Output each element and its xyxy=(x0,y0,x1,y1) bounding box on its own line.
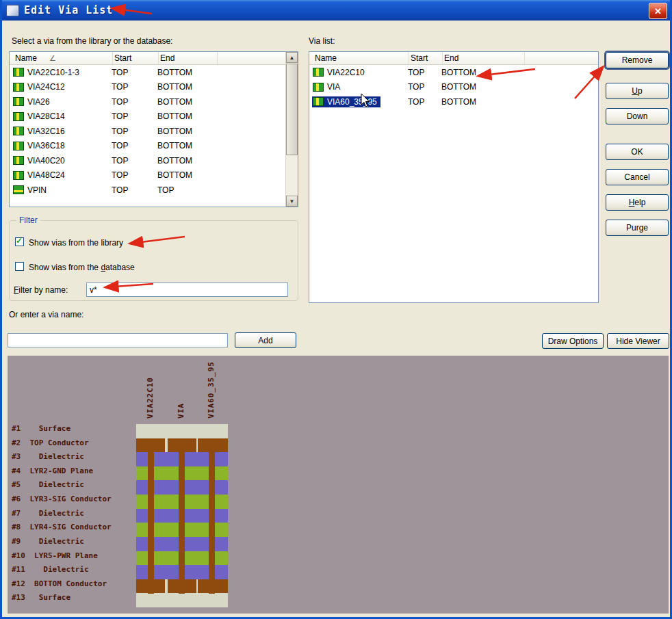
filter-by-name-label: Filter by name: xyxy=(14,285,68,295)
layer-label: #10 LYR5-PWR Plane xyxy=(12,551,98,566)
column-header-end[interactable]: End xyxy=(159,52,218,64)
via-start-layer: TOP xyxy=(112,170,157,180)
via-name-cell[interactable]: VIA40C20 xyxy=(12,155,68,166)
ok-button[interactable]: OK xyxy=(606,144,669,160)
column-header-name-label: Name xyxy=(15,53,37,63)
list-item[interactable]: VIA48C24TOPBOTTOM xyxy=(10,168,286,183)
show-database-checkbox[interactable] xyxy=(15,262,24,271)
show-database-label[interactable]: Show vias from the database xyxy=(29,263,135,272)
scrollbar-thumb[interactable] xyxy=(286,64,298,155)
via-start-layer: TOP xyxy=(408,68,441,77)
via-name-cell[interactable]: VIA26 xyxy=(12,96,53,107)
via-icon xyxy=(13,171,24,180)
list-item[interactable]: VIA32C16TOPBOTTOM xyxy=(10,124,286,139)
column-header-name[interactable]: Name xyxy=(313,52,409,64)
layer-label: #8 LYR4-SIG Conductor xyxy=(12,523,112,537)
via-icon xyxy=(13,112,24,121)
via-end-layer: BOTTOM xyxy=(157,82,286,92)
window-title: Edit Via List xyxy=(24,4,113,16)
show-library-label[interactable]: Show vias from the library xyxy=(29,238,123,248)
checkmark-icon: ✓ xyxy=(16,236,23,246)
filter-group: Filter ✓ Show vias from the library Show… xyxy=(9,220,298,301)
via-list-header: Name Start End xyxy=(309,52,598,65)
list-item[interactable]: VIA22C10-1-3TOPBOTTOM xyxy=(10,65,286,80)
via-column-label: VIA xyxy=(177,403,185,419)
via-name: VIA32C16 xyxy=(27,127,65,136)
help-button[interactable]: Help xyxy=(606,194,669,211)
via-end-layer: BOTTOM xyxy=(157,97,286,107)
via-end-layer: BOTTOM xyxy=(441,68,598,77)
list-item[interactable]: VIA22C10TOPBOTTOM xyxy=(309,65,598,80)
layer-label: #7 Dielectric xyxy=(12,509,84,523)
via-icon xyxy=(13,156,24,165)
via-name: VIA22C10 xyxy=(327,68,365,77)
add-button[interactable]: Add xyxy=(235,332,296,348)
cancel-button[interactable]: Cancel xyxy=(606,169,669,185)
library-list-header: Name ∠ Start End xyxy=(10,52,286,65)
scrollbar[interactable]: ▲ ▼ xyxy=(285,52,298,207)
draw-options-button[interactable]: Draw Options xyxy=(542,333,604,349)
layer-label: #5 Dielectric xyxy=(12,480,84,495)
list-item[interactable]: VIATOPBOTTOM xyxy=(309,80,598,95)
via-name-cell[interactable]: VIA22C10 xyxy=(312,67,368,78)
list-item[interactable]: VIA24C12TOPBOTTOM xyxy=(10,80,286,95)
filter-group-legend: Filter xyxy=(16,215,40,225)
via-name-cell[interactable]: VIA36C18 xyxy=(12,140,68,151)
column-header-start[interactable]: Start xyxy=(409,52,443,64)
column-header-start[interactable]: Start xyxy=(113,52,159,64)
close-button[interactable]: ✕ xyxy=(649,3,667,19)
scroll-up-icon[interactable]: ▲ xyxy=(286,52,298,63)
down-button[interactable]: Down xyxy=(606,108,669,124)
via-list-label: Via list: xyxy=(309,36,335,46)
via-name-cell[interactable]: VIA28C14 xyxy=(12,111,68,122)
list-item[interactable]: VIA36C18TOPBOTTOM xyxy=(10,139,286,154)
via-icon xyxy=(13,97,24,106)
list-item[interactable]: VPINTOPTOP xyxy=(10,183,286,198)
via-start-layer: TOP xyxy=(408,97,441,107)
via-icon xyxy=(13,68,24,77)
via-end-layer: BOTTOM xyxy=(157,156,286,166)
stackup-band xyxy=(136,424,228,438)
via-end-layer: BOTTOM xyxy=(441,97,598,107)
layer-label: #1 Surface xyxy=(12,424,70,438)
left-list-label: Select a via from the library or the dat… xyxy=(12,36,172,46)
layer-label: #3 Dielectric xyxy=(12,452,84,466)
via-name-cell[interactable]: VIA60_35_95 xyxy=(312,96,380,107)
via-end-layer: BOTTOM xyxy=(441,82,598,92)
via-list-rows: VIA22C10TOPBOTTOMVIATOPBOTTOMVIA60_35_95… xyxy=(309,65,598,109)
remove-button[interactable]: Remove xyxy=(606,52,669,68)
via-end-layer: BOTTOM xyxy=(157,141,286,150)
list-item[interactable]: VIA28C14TOPBOTTOM xyxy=(10,109,286,124)
scroll-down-icon[interactable]: ▼ xyxy=(286,196,298,207)
via-name-cell[interactable]: VIA48C24 xyxy=(12,170,68,181)
up-button[interactable]: Up xyxy=(606,83,669,99)
window-icon xyxy=(6,5,19,16)
layer-label: #11 Dielectric xyxy=(12,565,89,579)
via-name: VIA26 xyxy=(27,97,50,107)
via-name: VIA48C24 xyxy=(27,170,65,180)
via-name-cell[interactable]: VIA22C10-1-3 xyxy=(12,67,83,78)
via-start-layer: TOP xyxy=(112,185,157,195)
layer-label: #6 LYR3-SIG Conductor xyxy=(12,495,112,509)
via-name-cell[interactable]: VIA24C12 xyxy=(12,81,68,92)
column-header-name[interactable]: Name ∠ xyxy=(14,52,113,64)
list-item[interactable]: VIA40C20TOPBOTTOM xyxy=(10,153,286,168)
via-start-layer: TOP xyxy=(112,156,157,166)
via-name-input[interactable] xyxy=(8,333,228,347)
list-item[interactable]: VIA60_35_95TOPBOTTOM xyxy=(309,94,598,109)
list-item[interactable]: VIA26TOPBOTTOM xyxy=(10,94,286,109)
via-barrel xyxy=(179,438,185,594)
purge-button[interactable]: Purge xyxy=(606,220,669,236)
library-via-list: Name ∠ Start End VIA22C10-1-3TOPBOTTOMVI… xyxy=(9,51,298,207)
stackup-band xyxy=(136,593,228,607)
via-name: VIA24C12 xyxy=(27,82,65,92)
filter-by-name-input[interactable] xyxy=(86,282,288,297)
via-name-cell[interactable]: VPIN xyxy=(12,185,50,196)
via-name-cell[interactable]: VIA32C16 xyxy=(12,126,68,137)
title-bar: Edit Via List ✕ xyxy=(2,0,670,21)
via-name-cell[interactable]: VIA xyxy=(312,81,344,92)
hide-viewer-button[interactable]: Hide Viewer xyxy=(607,333,669,349)
column-header-end[interactable]: End xyxy=(443,52,525,64)
layer-label: #12 BOTTOM Conductor xyxy=(12,579,107,594)
show-library-checkbox[interactable]: ✓ xyxy=(15,237,24,246)
